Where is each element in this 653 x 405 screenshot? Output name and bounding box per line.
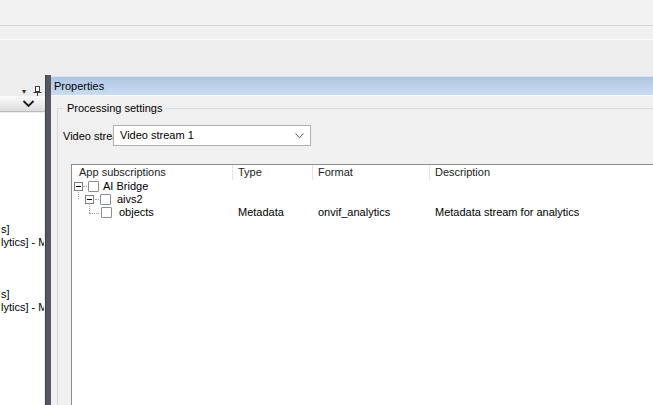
format-cell: onvif_analytics	[313, 206, 430, 219]
description-cell	[430, 180, 653, 193]
table-row[interactable]: AI Bridge	[72, 180, 653, 193]
collapse-header-button[interactable]	[0, 96, 45, 112]
app-window: ▾ s] lytics] - M s]	[0, 0, 653, 405]
format-cell	[313, 193, 430, 206]
table-row[interactable]: aivs2	[72, 193, 653, 206]
tree-cell: objects	[72, 206, 233, 219]
left-panel-content: s] lytics] - M s] lytics] - M	[0, 113, 44, 405]
toolbar-strip-second	[0, 26, 653, 40]
chevron-down-icon	[295, 133, 304, 139]
tree-connector	[83, 186, 87, 187]
row-checkbox[interactable]	[88, 181, 99, 192]
left-dock-panel: ▾ s] lytics] - M s]	[0, 75, 45, 405]
list-item-line: lytics] - M	[1, 236, 44, 249]
table-row[interactable]: objects Metadata onvif_analytics Metadat…	[72, 206, 653, 219]
video-stream-value: Video stream 1	[120, 129, 194, 141]
tree-node-label: objects	[119, 206, 154, 219]
table-header: App subscriptions Type Format Descriptio…	[72, 165, 653, 180]
row-checkbox[interactable]	[101, 207, 112, 218]
tree-connector	[78, 190, 79, 199]
properties-panel-body: Processing settings Video stream: Video …	[51, 95, 653, 405]
list-item-line: s]	[1, 288, 44, 301]
tree-cell: AI Bridge	[72, 180, 233, 193]
chevron-down-icon	[22, 100, 35, 108]
tree-cell: aivs2	[72, 193, 233, 206]
tree-node-label: AI Bridge	[103, 180, 148, 193]
row-checkbox[interactable]	[100, 194, 111, 205]
list-item-line: lytics] - M	[1, 301, 44, 314]
list-item[interactable]: s] lytics] - M	[1, 288, 44, 314]
type-cell	[233, 180, 313, 193]
tree-connector	[89, 203, 90, 213]
description-cell	[430, 193, 653, 206]
processing-settings-group: Processing settings Video stream: Video …	[57, 108, 653, 405]
type-cell	[233, 193, 313, 206]
panel-title: Properties	[51, 76, 653, 95]
list-item[interactable]: s] lytics] - M	[1, 223, 44, 249]
tree-node-label: aivs2	[117, 193, 143, 206]
app-subscriptions-table: App subscriptions Type Format Descriptio…	[71, 164, 653, 405]
list-item-line: s]	[1, 223, 44, 236]
toolbar-strip-top	[0, 0, 653, 26]
description-cell: Metadata stream for analytics	[430, 206, 653, 219]
tree-connector	[95, 199, 99, 200]
properties-panel: Properties Processing settings Video str…	[51, 76, 653, 405]
type-cell: Metadata	[233, 206, 313, 219]
format-cell	[313, 180, 430, 193]
column-header-format[interactable]: Format	[313, 165, 430, 180]
column-header-type[interactable]: Type	[233, 165, 313, 180]
video-stream-select[interactable]: Video stream 1	[113, 125, 311, 146]
group-label: Processing settings	[63, 102, 166, 115]
column-header-app-subscriptions[interactable]: App subscriptions	[72, 165, 233, 180]
tree-connector	[89, 213, 99, 214]
column-header-description[interactable]: Description	[430, 165, 653, 180]
